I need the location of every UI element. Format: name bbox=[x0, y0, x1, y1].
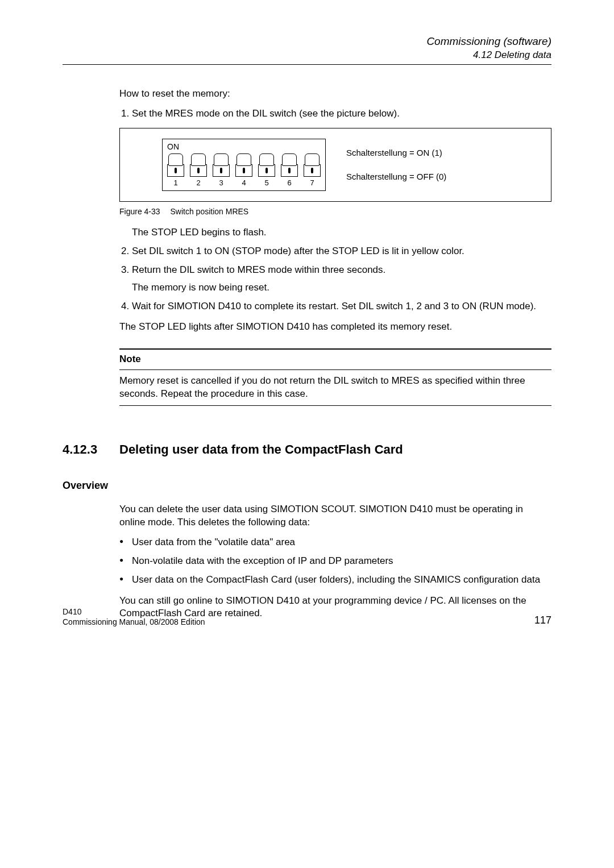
switch-num-7: 7 bbox=[310, 178, 314, 188]
figure-caption-text: Switch position MRES bbox=[170, 207, 248, 216]
page: Commissioning (software) 4.12 Deleting d… bbox=[0, 0, 614, 655]
bullet-3: User data on the CompactFlash Card (user… bbox=[119, 574, 551, 587]
header-title: Commissioning (software) bbox=[63, 34, 551, 49]
switch-2: 2 bbox=[190, 153, 207, 188]
switch-lower-icon bbox=[190, 164, 207, 177]
switch-7: 7 bbox=[304, 153, 321, 188]
header-subtitle: 4.12 Deleting data bbox=[63, 49, 551, 62]
switch-upper-icon bbox=[214, 153, 229, 166]
note-block: Note Memory reset is cancelled if you do… bbox=[119, 348, 551, 406]
switch-dot-icon bbox=[220, 168, 222, 173]
figure-label-on: Schalterstellung = ON (1) bbox=[346, 147, 446, 159]
switch-upper-icon bbox=[191, 153, 206, 166]
switch-num-5: 5 bbox=[264, 178, 268, 188]
switch-3: 3 bbox=[213, 153, 230, 188]
switch-4: 4 bbox=[235, 153, 252, 188]
footer-left: D410 Commissioning Manual, 08/2008 Editi… bbox=[63, 607, 205, 627]
figure-caption: Figure 4-33 Switch position MRES bbox=[119, 206, 551, 217]
switch-dot-icon bbox=[311, 168, 313, 173]
switch-num-1: 1 bbox=[173, 178, 177, 188]
section-heading-row: 4.12.3 Deleting user data from the Compa… bbox=[63, 441, 551, 458]
step-1-sub: The STOP LED begins to flash. bbox=[119, 226, 551, 239]
footer-line1: D410 bbox=[63, 607, 205, 617]
switch-dot-icon bbox=[197, 168, 200, 173]
overview-bullets: User data from the "volatile data" area … bbox=[119, 536, 551, 587]
bullet-1: User data from the "volatile data" area bbox=[119, 536, 551, 549]
figure-label-off: Schalterstellung = OFF (0) bbox=[346, 171, 446, 182]
switch-lower-icon bbox=[235, 164, 252, 177]
switch-6: 6 bbox=[281, 153, 298, 188]
switch-dot-icon bbox=[265, 168, 268, 173]
switch-1: 1 bbox=[167, 153, 184, 188]
page-number: 117 bbox=[534, 613, 551, 627]
step-3: Return the DIL switch to MRES mode withi… bbox=[132, 264, 551, 294]
page-footer: D410 Commissioning Manual, 08/2008 Editi… bbox=[63, 607, 551, 627]
footer-line2: Commissioning Manual, 08/2008 Edition bbox=[63, 617, 205, 627]
switch-num-2: 2 bbox=[196, 178, 200, 188]
after-steps-para: The STOP LED lights after SIMOTION D410 … bbox=[119, 321, 551, 334]
step-3-text: Return the DIL switch to MRES mode withi… bbox=[132, 264, 385, 275]
switch-lower-icon bbox=[281, 164, 298, 177]
switch-lower-icon bbox=[258, 164, 275, 177]
step-1-text: Set the MRES mode on the DIL switch (see… bbox=[132, 108, 400, 119]
overview-heading-row: Overview bbox=[63, 479, 551, 493]
section-number: 4.12.3 bbox=[63, 441, 119, 458]
step-4: Wait for SIMOTION D410 to complete its r… bbox=[132, 300, 551, 313]
switch-upper-icon bbox=[259, 153, 274, 166]
note-text: Memory reset is cancelled if you do not … bbox=[119, 369, 551, 405]
step-3-sub: The memory is now being reset. bbox=[132, 281, 551, 294]
switch-upper-icon bbox=[282, 153, 297, 166]
switch-upper-icon bbox=[168, 153, 183, 166]
steps-list-part1: Set the MRES mode on the DIL switch (see… bbox=[119, 107, 551, 121]
dip-on-label: ON bbox=[167, 142, 321, 152]
switch-upper-icon bbox=[305, 153, 320, 166]
switch-lower-icon bbox=[167, 164, 184, 177]
dip-switch-diagram: ON 1 2 3 bbox=[162, 139, 326, 190]
switch-lower-icon bbox=[213, 164, 230, 177]
figure-labels: Schalterstellung = ON (1) Schalterstellu… bbox=[346, 147, 446, 183]
figure-box: ON 1 2 3 bbox=[119, 128, 551, 201]
switch-dot-icon bbox=[288, 168, 291, 173]
intro-para: How to reset the memory: bbox=[119, 88, 551, 101]
bullet-2: Non-volatile data with the exception of … bbox=[119, 555, 551, 568]
section-title: Deleting user data from the CompactFlash… bbox=[119, 441, 403, 458]
switch-5: 5 bbox=[258, 153, 275, 188]
switch-dot-icon bbox=[175, 168, 177, 173]
switch-upper-icon bbox=[237, 153, 251, 166]
dip-row: 1 2 3 4 bbox=[167, 153, 321, 188]
switch-num-4: 4 bbox=[242, 178, 246, 188]
switch-dot-icon bbox=[243, 168, 245, 173]
switch-lower-icon bbox=[304, 164, 321, 177]
figure-caption-num: Figure 4-33 bbox=[119, 207, 160, 216]
step-2: Set DIL switch 1 to ON (STOP mode) after… bbox=[132, 245, 551, 258]
switch-num-3: 3 bbox=[219, 178, 223, 188]
header-rule bbox=[63, 64, 551, 65]
overview-intro: You can delete the user data using SIMOT… bbox=[119, 503, 551, 529]
step-2-text: Set DIL switch 1 to ON (STOP mode) after… bbox=[132, 246, 464, 256]
steps-list-part2: Set DIL switch 1 to ON (STOP mode) after… bbox=[119, 245, 551, 313]
page-header: Commissioning (software) 4.12 Deleting d… bbox=[63, 34, 551, 65]
body-content: How to reset the memory: Set the MRES mo… bbox=[119, 88, 551, 621]
step-4-text: Wait for SIMOTION D410 to complete its r… bbox=[132, 301, 536, 312]
step-1: Set the MRES mode on the DIL switch (see… bbox=[132, 107, 551, 121]
overview-heading: Overview bbox=[63, 480, 108, 491]
switch-num-6: 6 bbox=[287, 178, 291, 188]
note-label: Note bbox=[119, 353, 551, 366]
